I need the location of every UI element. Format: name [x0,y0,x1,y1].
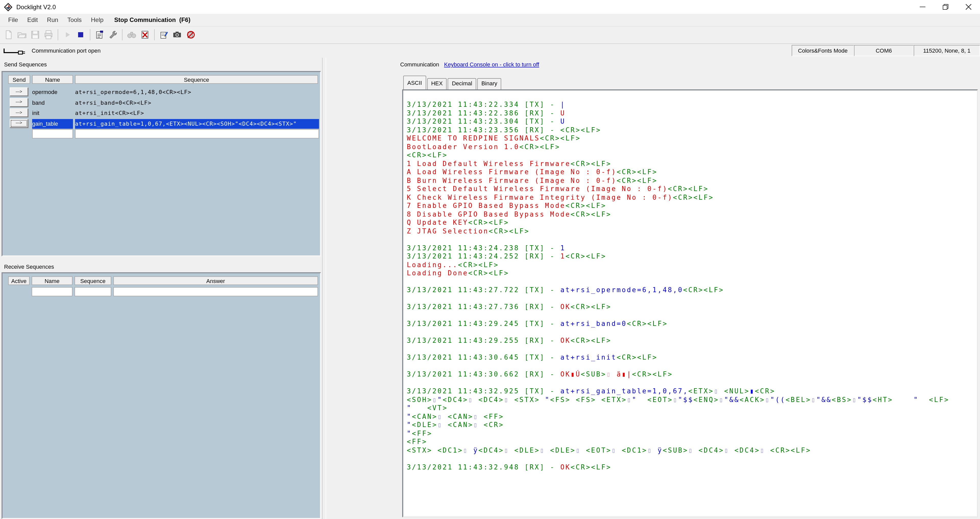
sequence-value-cell[interactable]: at+rsi_opermode=6,1,48,0<CR><LF> [75,87,319,97]
sequence-name-cell[interactable]: opermode [32,87,73,97]
terminal-line: 5 Select Default Wireless Firmware (Imag… [407,185,977,193]
communication-label: Communication [400,61,439,67]
send-sequences-label: Send Sequences [4,61,47,67]
close-button[interactable] [957,0,980,14]
send-sequence-row: --->opermodeat+rsi_opermode=6,1,48,0<CR>… [3,87,320,97]
send-empty-name-cell[interactable] [32,129,73,139]
terminal-line: Loading...<CR><LF> [407,261,977,269]
menu-file[interactable]: File [3,16,23,24]
terminal-line: <SOH>▯"<DC4>▯ <DC4>▯ <STX> "<FS> <FS> <E… [407,396,977,404]
tab-ascii[interactable]: ASCII [403,76,426,89]
print-button [42,28,55,42]
terminal-line: K Check Wireless Firmware Integrity (Ima… [407,193,977,202]
play-icon [63,30,72,39]
sequence-value-cell[interactable]: at+rsi_band=0<CR><LF> [75,98,319,107]
terminal-line: Loading Done<CR><LF> [407,269,977,278]
receive-column-header-answer: Answer [113,276,318,285]
terminal-line: "<CAN>▯ <CAN>▯ <FF> [407,412,977,421]
receive-column-header-active: Active [8,276,30,285]
terminal-line [407,235,977,244]
terminal-line: WELCOME TO REDPINE SIGNALS<CR><LF> [407,134,977,143]
terminal-line [407,379,977,387]
send-sequence-empty-row [3,129,320,139]
tab-binary[interactable]: Binary [477,78,501,89]
terminal-line: <STX> <DC1>▯ ÿ<DC4>▯ <DLE>▯ <DLE>▯ <EOT>… [407,446,977,455]
toolbar-separator [90,29,90,40]
send-button-gain_table[interactable]: ---> [10,119,28,128]
minimize-button[interactable] [911,0,934,14]
sequence-value-cell[interactable]: at+rsi_gain_table=1,0,67,<ETX><NUL><CR><… [75,119,319,128]
terminal-line: 3/13/2021 11:43:30.645 [TX] - at+rsi_ini… [407,353,977,362]
clear-communication-window-button[interactable] [138,28,151,42]
window-title: Docklight V2.0 [16,3,56,11]
terminal-line: 7 Enable GPIO Based Bypass Mode<CR><LF> [407,202,977,210]
sequence-name-cell[interactable]: band [32,98,73,107]
terminal-line [407,328,977,337]
send-empty-sequence-cell[interactable] [75,129,319,139]
tab-decimal[interactable]: Decimal [448,78,476,89]
send-button-band[interactable]: ---> [10,98,28,107]
sequence-name-cell[interactable]: gain_table [32,119,73,128]
terminal-line: 3/13/2021 11:43:24.238 [TX] - 1 [407,244,977,252]
receive-empty-answer-cell[interactable] [113,287,318,296]
toolbar-separator [122,29,123,40]
terminal-line [407,345,977,353]
panel-splitter[interactable] [322,58,326,519]
project-settings-icon [95,30,104,39]
send-button-opermode[interactable]: ---> [10,87,28,96]
terminal-line: A Load Wireless Firmware (Image No : 0-f… [407,168,977,177]
project-settings-button[interactable] [93,28,106,42]
stop-logging-button[interactable] [184,28,197,42]
terminal-line [407,311,977,320]
receive-column-header-sequence: Sequence [75,276,111,285]
terminal-line [407,278,977,286]
menu-tools[interactable]: Tools [63,16,86,24]
terminal-line: <CR><LF> [407,151,977,160]
menu-edit[interactable]: Edit [23,16,42,24]
terminal[interactable]: 3/13/2021 11:43:22.334 [TX] - |3/13/2021… [402,89,978,517]
options-button[interactable] [106,28,119,42]
comm-port-icon [3,46,27,56]
toolbar-separator [58,29,58,40]
app-logo-icon [4,3,12,11]
tab-hex[interactable]: HEX [427,78,447,89]
terminal-line: 3/13/2021 11:43:29.255 [RX] - OK<CR><LF> [407,337,977,345]
minimize-icon [920,4,925,10]
stop-communication-button[interactable] [74,28,87,42]
send-button-init[interactable]: ---> [10,108,28,117]
menu-stop-communication[interactable]: Stop Communication (F6) [108,16,195,24]
terminal-line: "<FF> [407,430,977,438]
find-sequence-button [125,28,138,42]
open-folder-icon [18,30,27,39]
menu-run[interactable]: Run [42,16,63,24]
terminal-line: 3/13/2021 11:43:27.736 [RX] - OK<CR><LF> [407,303,977,311]
snapshot-button[interactable] [170,28,184,42]
receive-empty-name-cell[interactable] [32,287,73,296]
terminal-line: 3/13/2021 11:43:29.245 [TX] - at+rsi_ban… [407,320,977,328]
toolbar [0,26,980,43]
save-project-button [29,28,42,42]
terminal-line: 3/13/2021 11:43:23.304 [TX] - U [407,118,977,126]
restore-button[interactable] [934,0,957,14]
stop-icon [76,30,85,39]
menu-help[interactable]: Help [86,16,108,24]
terminal-line: 3/13/2021 11:43:23.356 [RX] - <CR><LF> [407,126,977,134]
terminal-line: 3/13/2021 11:43:30.662 [RX] - OK▮Ú<SUB>▯… [407,370,977,379]
send-column-header-send: Send [8,75,30,84]
terminal-line: 3/13/2021 11:43:24.252 [RX] - 1<CR><LF> [407,252,977,261]
send-sequences-panel: SendNameSequence --->opermodeat+rsi_oper… [2,71,321,256]
edit-notes-icon [159,30,169,39]
sequence-name-cell[interactable]: init [32,108,73,118]
sequence-value-cell[interactable]: at+rsi_init<CR><LF> [75,108,319,118]
receive-empty-sequence-cell[interactable] [75,287,111,296]
receive-column-header-name: Name [32,276,73,285]
status-message: Commmunication port open [32,48,100,54]
edit-notes-button[interactable] [157,28,170,42]
send-sequences-rows: --->opermodeat+rsi_opermode=6,1,48,0<CR>… [3,87,320,139]
keyboard-console-link[interactable]: Keyboard Console on - click to turn off [444,61,539,67]
title-bar: Docklight V2.0 [0,0,980,14]
save-icon [30,30,40,39]
status-com-port: COM6 [854,45,914,56]
terminal-line: BootLoader Version 1.0<CR><LF> [407,143,977,151]
start-communication-button [61,28,74,42]
